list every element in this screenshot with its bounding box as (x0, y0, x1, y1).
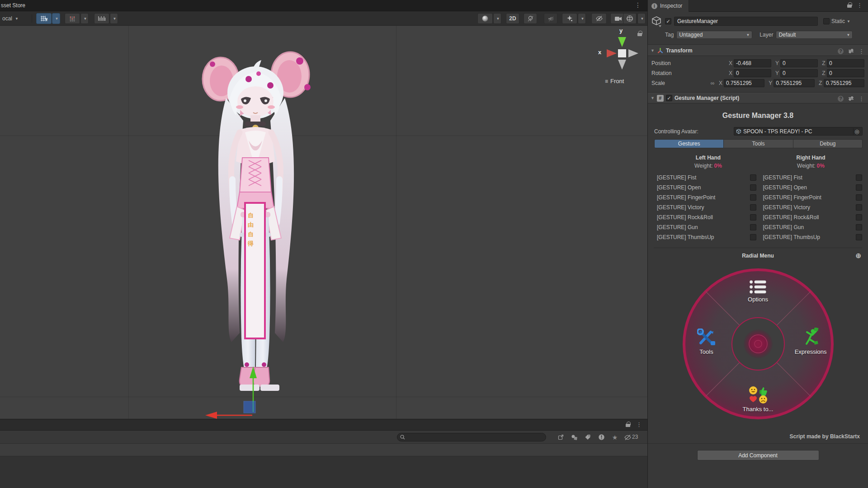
banner-char: 自 (248, 211, 254, 221)
static-dropdown-icon[interactable]: ▼ (847, 19, 850, 23)
grid-visibility-button[interactable]: Y (36, 13, 52, 24)
2d-toggle-button[interactable]: 2D (506, 13, 519, 24)
gesture-checkbox[interactable] (750, 194, 756, 201)
gesture-manager-header[interactable]: ▼ # ✓ Gesture Manager (Script) ? ⋮ (648, 93, 868, 103)
chevron-down-icon: ▼ (84, 17, 87, 21)
presets-icon[interactable] (848, 96, 854, 101)
help-icon[interactable]: ? (838, 48, 844, 54)
radial-item-options[interactable]: Options (748, 280, 768, 303)
tab-asset-store[interactable]: sset Store (1, 2, 25, 9)
radial-item-label: Options (748, 296, 768, 303)
inspector-lock-icon[interactable] (847, 2, 853, 8)
effects-dropdown[interactable]: ▼ (578, 13, 586, 24)
grid-snap-button[interactable] (65, 13, 80, 24)
transform-header[interactable]: ▼ Transform ? ⋮ (648, 45, 868, 56)
foldout-icon[interactable]: ▼ (651, 48, 655, 53)
orientation-gizmo[interactable]: y x ≡ Front (596, 28, 646, 87)
scale-y-field[interactable] (774, 79, 814, 87)
left-hand-title: Left Hand (657, 155, 760, 161)
open-search-window-icon[interactable] (555, 432, 566, 442)
tab-debug[interactable]: Debug (793, 139, 863, 148)
gameobject-cube-icon[interactable] (651, 15, 662, 27)
tab-tools[interactable]: Tools (724, 139, 793, 148)
shading-mode-button[interactable] (477, 13, 493, 24)
gesture-checkbox[interactable] (856, 214, 862, 221)
radial-add-icon[interactable]: ⊕ (855, 252, 861, 260)
static-checkbox[interactable] (823, 18, 830, 24)
gesture-checkbox[interactable] (856, 204, 862, 211)
scene-audio-toggle[interactable] (544, 13, 557, 24)
tab-inspector[interactable]: i Inspector (648, 0, 689, 12)
gesture-checkbox[interactable] (750, 204, 756, 211)
gesture-checkbox[interactable] (750, 214, 756, 221)
grid-visibility-dropdown[interactable]: ▼ (52, 13, 60, 24)
shading-mode-dropdown[interactable]: ▼ (493, 13, 501, 24)
panel-lock-icon[interactable] (626, 422, 631, 427)
banner-char: 由 (248, 221, 254, 230)
position-x-field[interactable] (734, 59, 771, 67)
rotation-x-field[interactable] (734, 69, 771, 77)
component-menu-icon[interactable]: ⋮ (859, 95, 864, 102)
gizmos-dropdown[interactable]: ▼ (637, 13, 646, 24)
scene-panel-menu-icon[interactable]: ⋮ (635, 1, 641, 9)
foldout-icon[interactable]: ▼ (651, 96, 655, 100)
filter-by-label-icon[interactable] (582, 432, 593, 442)
gesture-checkbox[interactable] (750, 184, 756, 191)
gizmos-button[interactable] (623, 13, 637, 24)
gesture-checkbox[interactable] (750, 234, 756, 240)
radial-item-thanks[interactable]: Thanks to... (743, 386, 774, 413)
effects-button[interactable] (562, 13, 577, 24)
banner-char: 得 (248, 239, 254, 249)
layer-dropdown[interactable]: Default▼ (776, 31, 853, 39)
gesture-checkbox[interactable] (856, 174, 862, 181)
component-enabled-checkbox[interactable]: ✓ (666, 95, 672, 101)
tag-dropdown[interactable]: Untagged▼ (676, 31, 752, 39)
position-y-field[interactable] (780, 59, 818, 67)
favorites-star-icon[interactable]: ★ (609, 432, 620, 442)
gesture-checkbox[interactable] (750, 224, 756, 230)
scene-viewport[interactable]: 自由自得 y x ≡ Front (0, 26, 647, 419)
gesture-checkbox[interactable] (750, 174, 756, 181)
divider (648, 443, 868, 444)
scale-z-field[interactable] (824, 79, 864, 87)
hidden-objects-icon[interactable] (622, 432, 633, 442)
active-checkbox[interactable]: ✓ (665, 18, 671, 24)
object-picker-icon[interactable]: ◎ (853, 128, 860, 135)
panel-menu-icon[interactable]: ⋮ (636, 421, 642, 428)
gesture-checkbox[interactable] (856, 224, 862, 230)
alerts-icon[interactable] (596, 432, 607, 442)
add-component-button[interactable]: Add Component (697, 450, 819, 460)
radial-item-expressions[interactable]: Expressions (795, 328, 827, 355)
tag-label: Tag (665, 32, 674, 38)
increment-snap-dropdown[interactable]: ▼ (110, 13, 118, 24)
component-menu-icon[interactable]: ⋮ (859, 48, 864, 55)
tab-gestures[interactable]: Gestures (654, 139, 724, 148)
rotation-y-field[interactable] (780, 69, 818, 77)
radial-item-tools[interactable]: Tools (697, 328, 716, 355)
scene-lighting-toggle[interactable] (524, 13, 537, 24)
scale-x-field[interactable] (724, 79, 764, 87)
grid-snap-dropdown[interactable]: ▼ (80, 13, 89, 24)
increment-snap-button[interactable] (94, 13, 109, 24)
position-z-field[interactable] (827, 59, 864, 67)
search-input[interactable] (407, 434, 543, 441)
search-field[interactable] (397, 433, 546, 441)
help-icon[interactable]: ? (838, 96, 844, 102)
gesture-checkbox[interactable] (856, 184, 862, 191)
handle-orientation-dropdown[interactable]: ocal▼ (0, 13, 21, 24)
scale-link-icon[interactable]: ∞ (708, 80, 717, 86)
avatar-model[interactable] (194, 44, 316, 401)
gesture-checkbox[interactable] (856, 234, 862, 240)
presets-icon[interactable] (848, 48, 854, 54)
move-tool-gizmo[interactable] (199, 360, 267, 419)
radial-item-label: Thanks to... (743, 406, 774, 413)
scene-visibility-toggle[interactable] (591, 13, 607, 24)
rotation-z-field[interactable] (827, 69, 864, 77)
inspector-menu-icon[interactable]: ⋮ (857, 2, 863, 9)
filter-by-type-icon[interactable] (569, 432, 580, 442)
controlling-avatar-field[interactable]: SPOON - TPS READY! - PC ◎ (734, 127, 863, 136)
gesture-checkbox[interactable] (856, 194, 862, 201)
view-direction-menu[interactable]: ≡ Front (605, 78, 624, 84)
gameobject-name-field[interactable] (674, 17, 818, 26)
radial-menu-wheel[interactable]: Options Tools (681, 267, 835, 421)
